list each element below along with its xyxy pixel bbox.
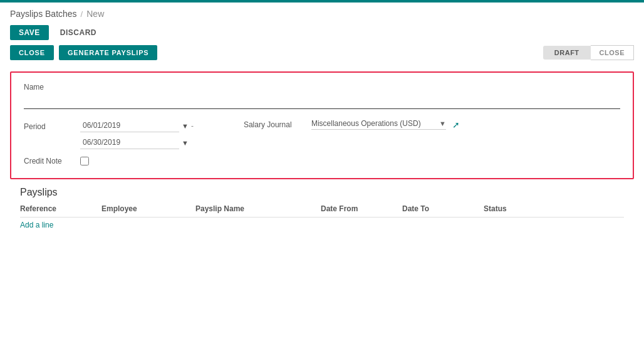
close-button-left[interactable]: CLOSE — [10, 45, 54, 60]
period-start-row: ▼ - — [80, 119, 194, 132]
col-header-date-to: Date To — [402, 204, 484, 213]
credit-note-label: Credit Note — [24, 157, 80, 165]
generate-payslips-button[interactable]: GENERATE PAYSLIPS — [59, 45, 158, 60]
credit-note-row: Credit Note — [24, 157, 620, 165]
period-end-input[interactable] — [80, 136, 179, 149]
close-button-right[interactable]: CLOSE — [591, 45, 634, 60]
add-line-link[interactable]: Add a line — [20, 217, 53, 233]
period-end-row: ▼ — [80, 136, 194, 149]
salary-journal-label: Salary Journal — [244, 120, 306, 129]
workflow-right: DRAFT CLOSE — [543, 45, 634, 60]
external-link-icon[interactable]: ➚ — [452, 120, 460, 130]
breadcrumb-parent: Payslips Batches — [10, 9, 77, 19]
period-fields: ▼ - ▼ — [80, 119, 194, 149]
add-line-row: Add a line — [20, 220, 624, 229]
period-label: Period — [24, 119, 80, 131]
breadcrumb-current: New — [86, 9, 104, 19]
payslips-table-header: Reference Employee Payslip Name Date Fro… — [20, 204, 624, 218]
workflow-left: CLOSE GENERATE PAYSLIPS — [10, 45, 157, 60]
payslips-section: Payslips Reference Employee Payslip Name… — [10, 187, 634, 229]
main-content: Name Period ▼ - ▼ — [0, 65, 644, 346]
period-start-dropdown-icon[interactable]: ▼ — [182, 122, 189, 130]
col-header-date-from: Date From — [321, 204, 402, 213]
workflow-row: CLOSE GENERATE PAYSLIPS DRAFT CLOSE — [0, 45, 644, 65]
col-header-payslip-name: Payslip Name — [195, 204, 321, 213]
name-field-group: Name — [24, 83, 620, 109]
status-badge: DRAFT — [543, 46, 591, 60]
form-card: Name Period ▼ - ▼ — [10, 71, 634, 179]
salary-journal-dropdown-icon[interactable]: ▼ — [439, 120, 446, 127]
period-end-dropdown-icon[interactable]: ▼ — [182, 139, 189, 147]
salary-journal-group: Salary Journal Miscellaneous Operations … — [244, 119, 460, 130]
save-button[interactable]: SAVE — [10, 25, 49, 40]
journal-select-wrapper: Miscellaneous Operations (USD) ▼ — [311, 119, 446, 130]
discard-button[interactable]: DISCARD — [54, 25, 103, 40]
payslips-title: Payslips — [20, 187, 624, 198]
name-label: Name — [24, 83, 620, 92]
form-middle-row: Period ▼ - ▼ Sal — [24, 119, 620, 149]
period-group: Period ▼ - ▼ — [24, 119, 194, 149]
credit-note-checkbox[interactable] — [80, 157, 89, 165]
period-dash: - — [191, 122, 194, 130]
salary-journal-value: Miscellaneous Operations (USD) — [311, 119, 437, 128]
breadcrumb: Payslips Batches / New — [0, 3, 644, 23]
name-input[interactable] — [24, 94, 620, 109]
breadcrumb-separator: / — [81, 9, 83, 19]
col-header-employee: Employee — [101, 204, 195, 213]
period-start-input[interactable] — [80, 119, 179, 132]
col-header-reference: Reference — [20, 204, 101, 213]
col-header-status: Status — [484, 204, 624, 213]
action-row: SAVE DISCARD — [0, 23, 644, 45]
